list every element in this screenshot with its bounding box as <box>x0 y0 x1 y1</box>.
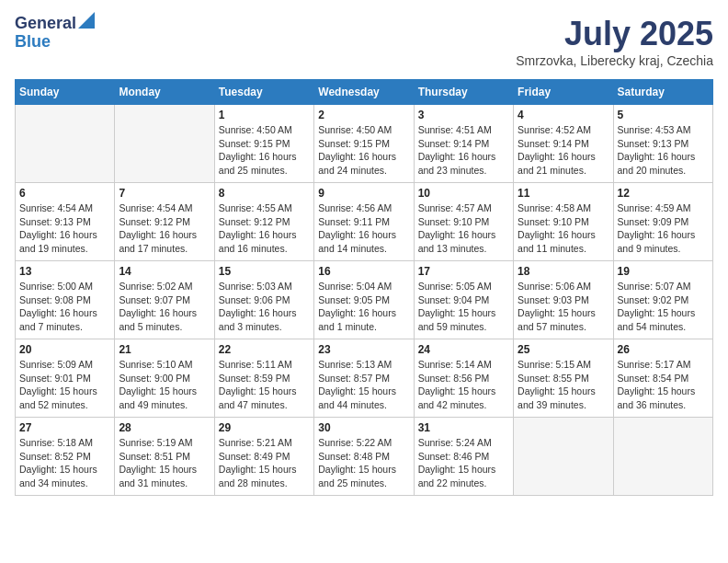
calendar-cell: 10Sunrise: 4:57 AMSunset: 9:10 PMDayligh… <box>414 183 513 261</box>
calendar-cell: 26Sunrise: 5:17 AMSunset: 8:54 PMDayligh… <box>613 339 712 418</box>
weekday-header: Monday <box>115 80 214 105</box>
logo-general: General <box>15 15 76 33</box>
day-number: 10 <box>418 187 509 200</box>
page-header: General Blue July 2025 Smrzovka, Liberec… <box>15 15 713 68</box>
calendar-cell: 24Sunrise: 5:14 AMSunset: 8:56 PMDayligh… <box>414 339 513 418</box>
day-number: 23 <box>318 343 409 356</box>
day-number: 9 <box>318 187 409 200</box>
calendar-cell <box>115 105 214 183</box>
weekday-header-row: SundayMondayTuesdayWednesdayThursdayFrid… <box>16 80 713 105</box>
weekday-header: Saturday <box>613 80 712 105</box>
week-row: 6Sunrise: 4:54 AMSunset: 9:13 PMDaylight… <box>16 183 713 261</box>
calendar-cell: 15Sunrise: 5:03 AMSunset: 9:06 PMDayligh… <box>214 261 313 339</box>
weekday-header: Sunday <box>16 80 115 105</box>
calendar-cell: 14Sunrise: 5:02 AMSunset: 9:07 PMDayligh… <box>115 261 214 339</box>
svg-marker-0 <box>78 12 95 29</box>
month-title: July 2025 <box>516 15 713 53</box>
day-number: 3 <box>418 109 509 121</box>
calendar-cell: 8Sunrise: 4:55 AMSunset: 9:12 PMDaylight… <box>214 183 313 261</box>
day-number: 22 <box>219 343 310 356</box>
day-detail: Sunrise: 5:11 AMSunset: 8:59 PMDaylight:… <box>219 358 310 412</box>
day-number: 24 <box>418 343 509 356</box>
calendar-cell: 11Sunrise: 4:58 AMSunset: 9:10 PMDayligh… <box>514 183 613 261</box>
day-number: 1 <box>219 109 310 121</box>
day-number: 27 <box>19 421 110 434</box>
day-detail: Sunrise: 4:50 AMSunset: 9:15 PMDaylight:… <box>219 123 310 178</box>
day-number: 18 <box>518 265 609 278</box>
day-number: 11 <box>518 187 609 200</box>
calendar-cell: 17Sunrise: 5:05 AMSunset: 9:04 PMDayligh… <box>414 261 513 339</box>
day-number: 8 <box>219 187 310 200</box>
day-detail: Sunrise: 4:59 AMSunset: 9:09 PMDaylight:… <box>618 201 709 256</box>
calendar-cell: 7Sunrise: 4:54 AMSunset: 9:12 PMDaylight… <box>115 183 214 261</box>
calendar-cell: 29Sunrise: 5:21 AMSunset: 8:49 PMDayligh… <box>214 418 313 496</box>
day-number: 20 <box>19 343 110 356</box>
day-number: 16 <box>318 265 409 278</box>
calendar-cell: 30Sunrise: 5:22 AMSunset: 8:48 PMDayligh… <box>314 418 414 496</box>
day-number: 21 <box>119 343 210 356</box>
calendar-cell: 21Sunrise: 5:10 AMSunset: 9:00 PMDayligh… <box>115 339 214 418</box>
day-detail: Sunrise: 4:50 AMSunset: 9:15 PMDaylight:… <box>318 123 409 178</box>
calendar-cell <box>514 418 613 496</box>
day-detail: Sunrise: 5:19 AMSunset: 8:51 PMDaylight:… <box>119 436 210 490</box>
calendar-cell: 28Sunrise: 5:19 AMSunset: 8:51 PMDayligh… <box>115 418 214 496</box>
day-detail: Sunrise: 5:06 AMSunset: 9:03 PMDaylight:… <box>518 280 609 334</box>
day-detail: Sunrise: 5:07 AMSunset: 9:02 PMDaylight:… <box>618 280 709 334</box>
day-number: 14 <box>119 265 210 278</box>
calendar-cell: 18Sunrise: 5:06 AMSunset: 9:03 PMDayligh… <box>514 261 613 339</box>
calendar-cell: 20Sunrise: 5:09 AMSunset: 9:01 PMDayligh… <box>16 339 115 418</box>
day-number: 25 <box>518 343 609 356</box>
calendar-cell: 22Sunrise: 5:11 AMSunset: 8:59 PMDayligh… <box>214 339 313 418</box>
weekday-header: Wednesday <box>314 80 414 105</box>
day-number: 13 <box>19 265 110 278</box>
title-block: July 2025 Smrzovka, Liberecky kraj, Czec… <box>516 15 713 68</box>
day-detail: Sunrise: 5:04 AMSunset: 9:05 PMDaylight:… <box>318 280 409 334</box>
calendar-cell: 25Sunrise: 5:15 AMSunset: 8:55 PMDayligh… <box>514 339 613 418</box>
day-number: 6 <box>19 187 110 200</box>
calendar-cell: 16Sunrise: 5:04 AMSunset: 9:05 PMDayligh… <box>314 261 414 339</box>
calendar-cell: 1Sunrise: 4:50 AMSunset: 9:15 PMDaylight… <box>214 105 313 183</box>
day-detail: Sunrise: 5:22 AMSunset: 8:48 PMDaylight:… <box>318 436 409 490</box>
day-detail: Sunrise: 5:00 AMSunset: 9:08 PMDaylight:… <box>19 280 110 334</box>
calendar-cell: 31Sunrise: 5:24 AMSunset: 8:46 PMDayligh… <box>414 418 513 496</box>
weekday-header: Tuesday <box>214 80 313 105</box>
day-number: 5 <box>618 109 709 121</box>
day-detail: Sunrise: 4:54 AMSunset: 9:13 PMDaylight:… <box>19 201 110 256</box>
day-detail: Sunrise: 5:05 AMSunset: 9:04 PMDaylight:… <box>418 280 509 334</box>
day-detail: Sunrise: 5:21 AMSunset: 8:49 PMDaylight:… <box>219 436 310 490</box>
day-detail: Sunrise: 4:54 AMSunset: 9:12 PMDaylight:… <box>119 201 210 256</box>
calendar-cell: 27Sunrise: 5:18 AMSunset: 8:52 PMDayligh… <box>16 418 115 496</box>
day-detail: Sunrise: 5:09 AMSunset: 9:01 PMDaylight:… <box>19 358 110 412</box>
logo: General Blue <box>15 15 95 52</box>
day-detail: Sunrise: 5:15 AMSunset: 8:55 PMDaylight:… <box>518 358 609 412</box>
calendar-cell: 9Sunrise: 4:56 AMSunset: 9:11 PMDaylight… <box>314 183 414 261</box>
week-row: 27Sunrise: 5:18 AMSunset: 8:52 PMDayligh… <box>16 418 713 496</box>
day-detail: Sunrise: 5:14 AMSunset: 8:56 PMDaylight:… <box>418 358 509 412</box>
day-detail: Sunrise: 5:03 AMSunset: 9:06 PMDaylight:… <box>219 280 310 334</box>
day-detail: Sunrise: 4:52 AMSunset: 9:14 PMDaylight:… <box>518 123 609 178</box>
day-number: 17 <box>418 265 509 278</box>
calendar: SundayMondayTuesdayWednesdayThursdayFrid… <box>15 79 713 496</box>
day-detail: Sunrise: 5:13 AMSunset: 8:57 PMDaylight:… <box>318 358 409 412</box>
calendar-cell: 12Sunrise: 4:59 AMSunset: 9:09 PMDayligh… <box>613 183 712 261</box>
week-row: 1Sunrise: 4:50 AMSunset: 9:15 PMDaylight… <box>16 105 713 183</box>
day-detail: Sunrise: 5:02 AMSunset: 9:07 PMDaylight:… <box>119 280 210 334</box>
calendar-cell <box>16 105 115 183</box>
day-detail: Sunrise: 4:56 AMSunset: 9:11 PMDaylight:… <box>318 201 409 256</box>
location: Smrzovka, Liberecky kraj, Czechia <box>516 53 713 68</box>
day-number: 12 <box>618 187 709 200</box>
day-detail: Sunrise: 4:55 AMSunset: 9:12 PMDaylight:… <box>219 201 310 256</box>
day-detail: Sunrise: 5:10 AMSunset: 9:00 PMDaylight:… <box>119 358 210 412</box>
weekday-header: Thursday <box>414 80 513 105</box>
day-detail: Sunrise: 4:57 AMSunset: 9:10 PMDaylight:… <box>418 201 509 256</box>
day-number: 26 <box>618 343 709 356</box>
day-detail: Sunrise: 4:51 AMSunset: 9:14 PMDaylight:… <box>418 123 509 178</box>
calendar-cell: 19Sunrise: 5:07 AMSunset: 9:02 PMDayligh… <box>613 261 712 339</box>
calendar-cell: 23Sunrise: 5:13 AMSunset: 8:57 PMDayligh… <box>314 339 414 418</box>
calendar-cell: 13Sunrise: 5:00 AMSunset: 9:08 PMDayligh… <box>16 261 115 339</box>
day-number: 29 <box>219 421 310 434</box>
day-number: 30 <box>318 421 409 434</box>
day-detail: Sunrise: 5:18 AMSunset: 8:52 PMDaylight:… <box>19 436 110 490</box>
day-number: 4 <box>518 109 609 121</box>
day-detail: Sunrise: 4:58 AMSunset: 9:10 PMDaylight:… <box>518 201 609 256</box>
